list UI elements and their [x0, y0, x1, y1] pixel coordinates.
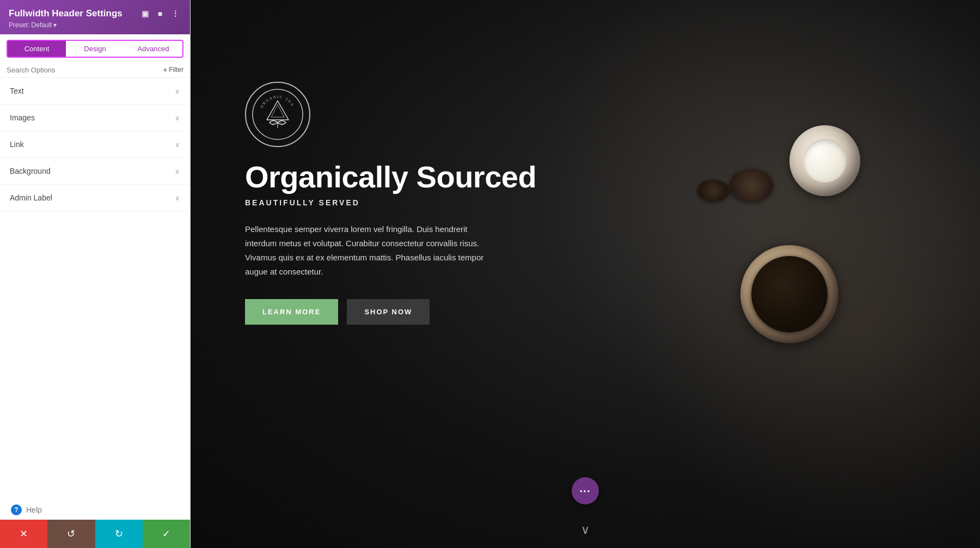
images-chevron-icon: ∨: [175, 114, 180, 122]
bottom-action-bar: ✕ ↺ ↻ ✓: [0, 520, 190, 548]
accordion-text-header[interactable]: Text ∨: [0, 78, 190, 104]
fab-icon: ●●●: [580, 489, 591, 494]
accordion-images-header[interactable]: Images ∨: [0, 105, 190, 131]
tabs-row: Content Design Advanced: [7, 40, 183, 58]
background-chevron-icon: ∨: [175, 167, 180, 175]
preset-chevron: ▾: [53, 21, 57, 29]
save-button[interactable]: ✓: [143, 520, 190, 548]
accordion-link: Link ∨: [0, 131, 190, 158]
columns-icon[interactable]: ■: [154, 8, 166, 20]
fab-button[interactable]: ●●●: [572, 477, 599, 504]
search-input[interactable]: [7, 66, 158, 74]
undo-button[interactable]: ↺: [47, 520, 95, 548]
filter-label: Filter: [169, 66, 183, 74]
accordion-text: Text ∨: [0, 78, 190, 105]
scroll-down-button[interactable]: ∨: [581, 523, 590, 537]
scroll-down-icon: ∨: [581, 523, 590, 537]
accordion-background: Background ∨: [0, 158, 190, 185]
accordion-link-header[interactable]: Link ∨: [0, 131, 190, 157]
hero-logo: ORGANIC TEA: [245, 82, 310, 147]
sidebar-title-row: Fullwidth Header Settings ▣ ■ ⋮: [9, 8, 181, 20]
accordion-background-header[interactable]: Background ∨: [0, 158, 190, 184]
tab-content[interactable]: Content: [8, 41, 66, 57]
preset-label[interactable]: Preset: Default ▾: [9, 21, 181, 29]
tea-plate-decoration: [740, 245, 838, 343]
hero-buttons: LEARN MORE SHOP NOW: [245, 299, 653, 325]
sidebar: Fullwidth Header Settings ▣ ■ ⋮ Preset: …: [0, 0, 191, 548]
sidebar-title-icons: ▣ ■ ⋮: [139, 8, 181, 20]
sidebar-title-text: Fullwidth Header Settings: [9, 8, 122, 19]
learn-more-button[interactable]: LEARN MORE: [245, 299, 338, 325]
tea-mound-decoration-2: [697, 180, 730, 202]
sidebar-header: Fullwidth Header Settings ▣ ■ ⋮ Preset: …: [0, 0, 190, 34]
svg-marker-2: [271, 105, 284, 117]
main-content-area: ORGANIC TEA Organically Sourced BEAUTIFU…: [191, 0, 980, 548]
redo-button[interactable]: ↻: [95, 520, 143, 548]
link-chevron-icon: ∨: [175, 141, 180, 149]
admin-label-chevron-icon: ∨: [175, 194, 180, 202]
accordion-admin-label-header[interactable]: Admin Label ∨: [0, 185, 190, 211]
settings-icon[interactable]: ▣: [139, 8, 151, 20]
more-icon[interactable]: ⋮: [169, 8, 181, 20]
help-icon: ?: [11, 504, 22, 515]
tea-bowl-decoration: [789, 125, 860, 196]
search-filter-row: + Filter: [0, 62, 190, 78]
tab-design[interactable]: Design: [66, 41, 124, 57]
text-chevron-icon: ∨: [175, 87, 180, 95]
accordion-images: Images ∨: [0, 105, 190, 131]
hero-subtitle: BEAUTIFULLY SERVED: [245, 198, 653, 207]
hero-content: ORGANIC TEA Organically Sourced BEAUTIFU…: [245, 82, 653, 325]
tab-advanced[interactable]: Advanced: [124, 41, 182, 57]
hero-body: Pellentesque semper viverra lorem vel fr…: [245, 222, 495, 279]
cancel-button[interactable]: ✕: [0, 520, 47, 548]
help-label: Help: [26, 506, 42, 514]
filter-plus-icon: +: [163, 65, 167, 74]
logo-svg: ORGANIC TEA: [250, 87, 305, 142]
hero-title: Organically Sourced: [245, 160, 653, 194]
shop-now-button[interactable]: SHOP NOW: [347, 299, 430, 325]
accordion-admin-label: Admin Label ∨: [0, 185, 190, 211]
tea-mound-decoration-1: [730, 169, 773, 202]
accordion-sections: Text ∨ Images ∨ Link ∨ Background ∨: [0, 78, 190, 494]
filter-button[interactable]: + Filter: [163, 65, 183, 74]
